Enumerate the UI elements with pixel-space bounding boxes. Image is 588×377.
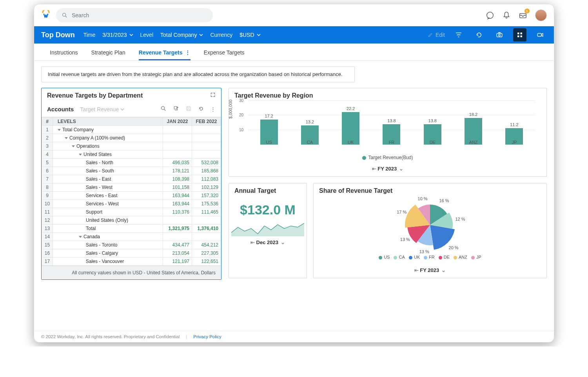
- reload-icon[interactable]: [198, 105, 204, 113]
- share-period-picker[interactable]: ⇤ FY 2023⌄: [314, 264, 546, 278]
- save-icon[interactable]: [185, 105, 192, 113]
- tab-expense-targets[interactable]: Expense Targets: [204, 49, 245, 60]
- chat-icon[interactable]: [486, 11, 494, 20]
- col-feb: FEB 2022: [192, 118, 221, 126]
- time-label: Time: [83, 32, 96, 38]
- table-row[interactable]: 16Sales - Calgary213,054227,305: [42, 249, 221, 257]
- avatar[interactable]: [535, 9, 547, 21]
- pie-legend: USCAUKFRDEANZJP: [377, 252, 483, 262]
- panel-title: Revenue Targets by Department: [47, 92, 143, 99]
- currency-picker[interactable]: $USD: [240, 32, 260, 38]
- table-row[interactable]: 5Sales - North496,035532,008: [42, 159, 221, 167]
- table-row[interactable]: 6Sales - South178,121185,868: [42, 167, 221, 175]
- table-row[interactable]: 13Total1,321,9751,376,410: [42, 225, 221, 233]
- table-row[interactable]: 10Services - West163,944175,536: [42, 200, 221, 208]
- bar-JP: 11.2JP: [502, 122, 526, 145]
- svg-point-2: [487, 12, 494, 19]
- table-row[interactable]: 14Canada: [42, 233, 221, 241]
- svg-rect-10: [521, 36, 523, 38]
- col-jan: JAN 2022: [163, 118, 192, 126]
- bar-DE: 13.8DE: [420, 118, 445, 145]
- bar-US: 17.2US: [257, 114, 281, 145]
- edit-button[interactable]: Edit: [428, 32, 445, 38]
- svg-rect-6: [499, 33, 501, 33]
- data-grid[interactable]: # LEVELS JAN 2022 FEB 2022 1Total Compan…: [42, 117, 221, 266]
- table-row[interactable]: 1Total Company: [42, 126, 221, 134]
- accounts-label: Accounts: [47, 106, 74, 112]
- search-icon: [62, 12, 68, 18]
- camera-button[interactable]: [493, 28, 506, 42]
- footer-copyright: © 2022 Workday, Inc. All rights reserved…: [41, 334, 180, 339]
- video-button[interactable]: [534, 28, 547, 42]
- chart-ylabel: $,000,000: [228, 100, 233, 119]
- svg-point-5: [499, 34, 501, 36]
- privacy-link[interactable]: Privacy Policy: [193, 334, 221, 339]
- region-period-picker[interactable]: ⇤ FY 2023⌄: [229, 163, 546, 176]
- svg-rect-8: [521, 33, 523, 34]
- svg-rect-7: [517, 33, 519, 34]
- col-num: #: [42, 118, 53, 126]
- svg-rect-9: [517, 36, 519, 38]
- annual-value: $132.0 M: [229, 196, 307, 221]
- bar-CA: 13.2CA: [298, 120, 322, 145]
- bar-UK: 22.2UK: [339, 106, 363, 145]
- chart-legend: Target Revenue(Bud): [229, 154, 546, 163]
- svg-point-0: [63, 13, 66, 16]
- inbox-icon[interactable]: 6: [519, 11, 527, 20]
- svg-rect-3: [520, 13, 526, 18]
- table-row[interactable]: 3Operations: [42, 142, 221, 150]
- table-row[interactable]: 2Company A (100% owned): [42, 134, 221, 142]
- bell-icon[interactable]: [502, 11, 511, 20]
- col-levels: LEVELS: [53, 118, 163, 126]
- table-row[interactable]: 8Sales - West101,158102,129: [42, 183, 221, 192]
- annual-title: Annual Target: [229, 183, 307, 196]
- grid-view-button[interactable]: [513, 28, 526, 42]
- table-row[interactable]: 15Sales - Toronto434,477454,212: [42, 241, 221, 249]
- grid-search-icon[interactable]: [160, 105, 167, 113]
- tab-revenue-targets[interactable]: Revenue Targets⋮: [139, 49, 191, 60]
- bar-ANZ: 18.2ANZ: [461, 112, 486, 145]
- table-row[interactable]: 12United States (Only): [42, 216, 221, 225]
- table-row[interactable]: 4United States: [42, 150, 221, 159]
- page-title: Top Down: [41, 31, 75, 39]
- account-selector[interactable]: Target Revenue: [80, 106, 124, 112]
- region-bar-chart: $,000,000 102030 17.2US13.2CA22.2UK13.8F…: [249, 101, 535, 152]
- revenue-targets-panel: Revenue Targets by Department Accounts T…: [41, 88, 221, 280]
- tab-more-icon[interactable]: ⋮: [185, 49, 191, 56]
- bar-FR: 13.8FR: [379, 118, 404, 145]
- annual-period-picker[interactable]: ⇤ Dec 2023⌄: [229, 236, 307, 250]
- table-row[interactable]: 17Sales - Vancouver121,197122,651: [42, 257, 221, 266]
- filter-button[interactable]: [452, 28, 465, 42]
- grid-more-icon[interactable]: ⋮: [211, 106, 216, 112]
- search-input[interactable]: [72, 12, 207, 18]
- share-title: Share of Revenue Target: [314, 183, 546, 196]
- svg-line-13: [164, 109, 165, 111]
- tab-instructions[interactable]: Instructions: [50, 49, 78, 60]
- import-icon[interactable]: [173, 105, 179, 113]
- svg-line-1: [65, 16, 67, 17]
- table-row[interactable]: 9Services - East163,944157,320: [42, 192, 221, 200]
- refresh-button[interactable]: [472, 28, 486, 42]
- inbox-badge: 6: [524, 9, 530, 13]
- info-banner: Initial revenue targets are driven from …: [41, 66, 355, 82]
- currency-label: Currency: [210, 32, 232, 38]
- share-panel: Share of Revenue Target 16 %12 %20 %13 %…: [313, 183, 547, 278]
- expand-icon[interactable]: [210, 92, 216, 99]
- region-chart-title: Target Revenue by Region: [229, 88, 546, 101]
- table-row[interactable]: 11Support110,376111,465: [42, 208, 221, 216]
- search-box[interactable]: [56, 8, 213, 22]
- app-logo[interactable]: [41, 10, 51, 21]
- svg-rect-11: [537, 33, 541, 36]
- level-label: Level: [140, 32, 153, 38]
- share-pie-chart: 16 %12 %20 %13 %13 %17 %10 %: [403, 198, 457, 252]
- svg-rect-4: [497, 33, 502, 37]
- svg-point-12: [162, 107, 165, 110]
- annual-sparkline: [231, 222, 304, 236]
- grid-footnote: All currency values shown in USD - Unite…: [42, 266, 221, 279]
- time-picker[interactable]: 3/31/2023: [102, 32, 133, 38]
- tab-strategic-plan[interactable]: Strategic Plan: [91, 49, 125, 60]
- level-picker[interactable]: Total Company: [160, 32, 203, 38]
- table-row[interactable]: 7Sales - East108,398112,083: [42, 175, 221, 183]
- region-chart-panel: Target Revenue by Region $,000,000 10203…: [229, 88, 547, 177]
- annual-target-panel: Annual Target $132.0 M ⇤ Dec 2023⌄: [229, 183, 307, 278]
